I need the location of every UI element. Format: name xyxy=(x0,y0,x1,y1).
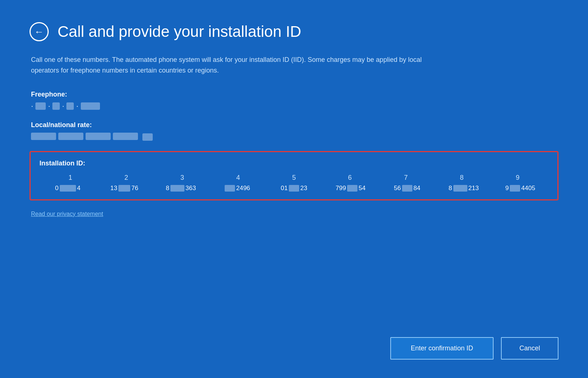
page-container: ← Call and provide your installation ID … xyxy=(0,0,588,378)
installation-id-values: 0 4 13 76 8 363 2496 01 xyxy=(39,185,549,192)
freephone-blurred-3 xyxy=(66,102,74,110)
id-seg-1: 0 4 xyxy=(39,185,96,192)
id-seg-8: 8 213 xyxy=(435,185,492,192)
id-seg-4: 2496 xyxy=(209,185,266,192)
enter-confirmation-button[interactable]: Enter confirmation ID xyxy=(390,337,494,360)
id-seg-9: 9 4405 xyxy=(492,185,549,192)
col-num-1: 1 xyxy=(42,174,98,182)
page-title: Call and provide your installation ID xyxy=(58,22,301,41)
freephone-blurred-4 xyxy=(81,102,100,110)
col-num-7: 7 xyxy=(378,174,434,182)
col-num-5: 5 xyxy=(266,174,322,182)
freephone-blurred-1 xyxy=(35,102,46,110)
id-seg-7: 56 84 xyxy=(379,185,435,192)
freephone-dot4: · xyxy=(76,101,78,111)
id-seg-2: 13 76 xyxy=(96,185,152,192)
freephone-dot1: · xyxy=(31,101,33,111)
id-seg-3: 8 363 xyxy=(153,185,209,192)
local-rate-section: Local/national rate: xyxy=(30,121,558,141)
local-blurred-4 xyxy=(113,133,138,140)
installation-id-label: Installation ID: xyxy=(39,160,549,167)
cancel-button[interactable]: Cancel xyxy=(501,337,558,360)
local-rate-number xyxy=(31,132,558,141)
id-seg-6: 799 54 xyxy=(322,185,379,192)
page-description: Call one of these numbers. The automated… xyxy=(30,55,435,76)
freephone-section: Freephone: · · · · xyxy=(30,91,558,111)
id-seg-4-blur xyxy=(225,185,235,192)
local-blurred-2 xyxy=(58,133,83,140)
col-num-2: 2 xyxy=(98,174,155,182)
local-blurred-3 xyxy=(86,133,111,140)
col-num-9: 9 xyxy=(490,174,546,182)
id-seg-5: 01 23 xyxy=(266,185,322,192)
local-blurred-5 xyxy=(142,133,153,141)
id-seg-1-blur xyxy=(60,185,76,192)
id-seg-6-blur xyxy=(347,185,357,192)
back-button[interactable]: ← xyxy=(30,22,49,41)
id-seg-2-blur xyxy=(118,185,130,192)
installation-id-box: Installation ID: 1 2 3 4 5 6 7 8 9 0 4 1… xyxy=(30,151,558,200)
col-num-6: 6 xyxy=(322,174,378,182)
back-arrow-icon: ← xyxy=(34,27,44,36)
installation-id-columns: 1 2 3 4 5 6 7 8 9 xyxy=(39,174,549,182)
id-seg-3-blur xyxy=(170,185,184,192)
id-seg-9-blur xyxy=(510,185,520,192)
freephone-dot3: · xyxy=(62,101,64,111)
freephone-dot2: · xyxy=(48,101,50,111)
footer: Enter confirmation ID Cancel xyxy=(30,330,558,360)
id-seg-7-blur xyxy=(402,185,412,192)
freephone-blurred-2 xyxy=(52,102,60,110)
freephone-number: · · · · xyxy=(31,101,558,111)
privacy-link[interactable]: Read our privacy statement xyxy=(30,211,558,217)
header: ← Call and provide your installation ID xyxy=(30,22,558,41)
local-blurred-1 xyxy=(31,133,56,140)
id-seg-8-blur xyxy=(453,185,467,192)
local-rate-label: Local/national rate: xyxy=(31,121,558,129)
freephone-label: Freephone: xyxy=(31,91,558,98)
col-num-8: 8 xyxy=(434,174,490,182)
col-num-4: 4 xyxy=(210,174,266,182)
col-num-3: 3 xyxy=(154,174,210,182)
id-seg-5-blur xyxy=(289,185,299,192)
